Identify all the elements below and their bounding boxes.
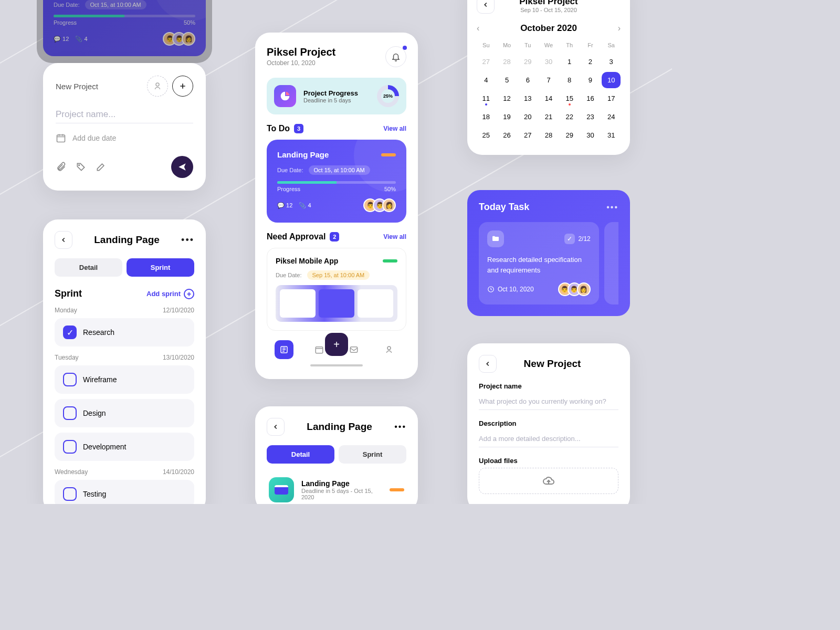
cal-day[interactable]: 15: [560, 90, 579, 107]
cal-day[interactable]: 9: [581, 72, 600, 88]
cal-day[interactable]: 14: [539, 90, 558, 107]
cloud-upload-icon: [542, 475, 555, 487]
back-button[interactable]: [55, 231, 72, 249]
checkbox[interactable]: [63, 440, 77, 454]
add-button[interactable]: [172, 76, 193, 97]
avatar-group: 👨👨👩: [163, 32, 195, 46]
more-icon[interactable]: •••: [606, 203, 618, 212]
cal-day[interactable]: 26: [498, 127, 517, 143]
cal-day[interactable]: 29: [560, 127, 579, 143]
cal-day[interactable]: 5: [498, 72, 517, 88]
tab-sprint[interactable]: Sprint: [127, 258, 194, 277]
more-icon[interactable]: •••: [394, 422, 406, 432]
send-button[interactable]: [171, 156, 193, 178]
add-due-date-button[interactable]: Add due date: [72, 134, 116, 142]
mockup-preview: [276, 285, 397, 322]
status-indicator: [390, 488, 404, 491]
status-indicator: [383, 259, 397, 262]
due-value: Oct 15, at 10:00 AM: [85, 0, 146, 9]
progress-ring: 25%: [377, 85, 399, 107]
add-sprint-button[interactable]: Add sprint +: [146, 289, 194, 299]
cal-day[interactable]: 4: [477, 72, 496, 88]
sprint-item[interactable]: ✓Research: [55, 318, 194, 346]
checkbox[interactable]: [63, 487, 77, 501]
cal-day[interactable]: 31: [602, 127, 621, 143]
upload-dropzone[interactable]: [479, 468, 618, 494]
approval-viewall[interactable]: View all: [383, 233, 406, 240]
chart-icon: [274, 85, 296, 107]
attachment-icon[interactable]: [56, 162, 66, 172]
tab-detail[interactable]: Detail: [267, 445, 334, 464]
cal-day[interactable]: 19: [498, 109, 517, 125]
project-name-input[interactable]: [56, 106, 193, 123]
nav-add-button[interactable]: +: [325, 333, 348, 356]
today-task-card-next[interactable]: [604, 222, 618, 304]
project-progress-card[interactable]: Project Progress Deadline in 5 days 25%: [267, 78, 406, 114]
sprint-item[interactable]: Design: [55, 399, 194, 427]
cal-day[interactable]: 25: [477, 127, 496, 143]
nav-profile-icon[interactable]: [380, 340, 398, 359]
project-name-field[interactable]: [479, 393, 618, 410]
progress-bar: [54, 15, 195, 17]
checkbox[interactable]: [63, 406, 77, 420]
cal-day[interactable]: 28: [498, 54, 517, 70]
cal-day[interactable]: 16: [581, 90, 600, 107]
back-button[interactable]: [267, 418, 285, 436]
tab-sprint[interactable]: Sprint: [339, 445, 406, 464]
cal-day[interactable]: 17: [602, 90, 621, 107]
cal-day[interactable]: 8: [560, 72, 579, 88]
home-indicator: [310, 364, 363, 366]
next-month-icon[interactable]: ›: [618, 24, 621, 33]
cal-day[interactable]: 13: [518, 90, 537, 107]
svg-point-0: [156, 83, 159, 86]
notification-button[interactable]: [385, 46, 406, 67]
sprint-item[interactable]: Development: [55, 433, 194, 461]
tag-icon[interactable]: [76, 162, 86, 172]
attachments-count: 📎 4: [75, 36, 87, 43]
checkbox[interactable]: ✓: [63, 326, 77, 339]
cal-day[interactable]: 22: [560, 109, 579, 125]
cal-day[interactable]: 28: [539, 127, 558, 143]
edit-icon[interactable]: [96, 162, 106, 172]
sprint-item[interactable]: Wireframe: [55, 365, 194, 394]
cal-day[interactable]: 7: [539, 72, 558, 88]
today-task-card[interactable]: ✓ 2/12 Research detailed specification a…: [479, 222, 599, 304]
cal-day[interactable]: 23: [581, 109, 600, 125]
cal-day[interactable]: 20: [518, 109, 537, 125]
bottom-nav: +: [267, 340, 406, 359]
sprint-item[interactable]: Testing: [55, 480, 194, 504]
cal-day[interactable]: 11: [477, 90, 496, 107]
sprint-panel: Landing Page ••• Detail Sprint Sprint Ad…: [43, 219, 206, 504]
cal-day[interactable]: 12: [498, 90, 517, 107]
cal-day[interactable]: 24: [602, 109, 621, 125]
dashboard-title: Piksel Project: [267, 46, 335, 58]
checkbox[interactable]: [63, 373, 77, 386]
landing-task-card[interactable]: Landing Page Due Date: Oct 15, at 10:00 …: [267, 140, 406, 223]
svg-rect-4: [316, 347, 323, 353]
cal-day[interactable]: 21: [539, 109, 558, 125]
cal-day[interactable]: 18: [477, 109, 496, 125]
cal-day[interactable]: 3: [602, 54, 621, 70]
cal-day[interactable]: 27: [477, 54, 496, 70]
cal-day[interactable]: 1: [560, 54, 579, 70]
approval-card[interactable]: Piksel Mobile App Due Date: Sep 15, at 1…: [267, 248, 406, 331]
svg-rect-5: [351, 347, 358, 353]
cal-day[interactable]: 10: [602, 72, 621, 88]
more-icon[interactable]: •••: [181, 235, 194, 246]
todo-viewall[interactable]: View all: [383, 125, 406, 132]
add-member-button[interactable]: [147, 76, 168, 97]
cal-day[interactable]: 6: [518, 72, 537, 88]
description-field[interactable]: [479, 430, 618, 447]
progress-label: Progress: [54, 19, 77, 26]
cal-day[interactable]: 30: [539, 54, 558, 70]
cal-day[interactable]: 27: [518, 127, 537, 143]
check-icon: ✓: [564, 234, 575, 244]
cal-day[interactable]: 2: [581, 54, 600, 70]
cal-day[interactable]: 29: [518, 54, 537, 70]
cal-day[interactable]: 30: [581, 127, 600, 143]
nav-home-icon[interactable]: [275, 340, 293, 359]
tab-detail[interactable]: Detail: [55, 258, 122, 277]
calendar-icon: [56, 133, 66, 143]
back-button[interactable]: [477, 0, 495, 14]
prev-month-icon[interactable]: ‹: [477, 24, 479, 33]
